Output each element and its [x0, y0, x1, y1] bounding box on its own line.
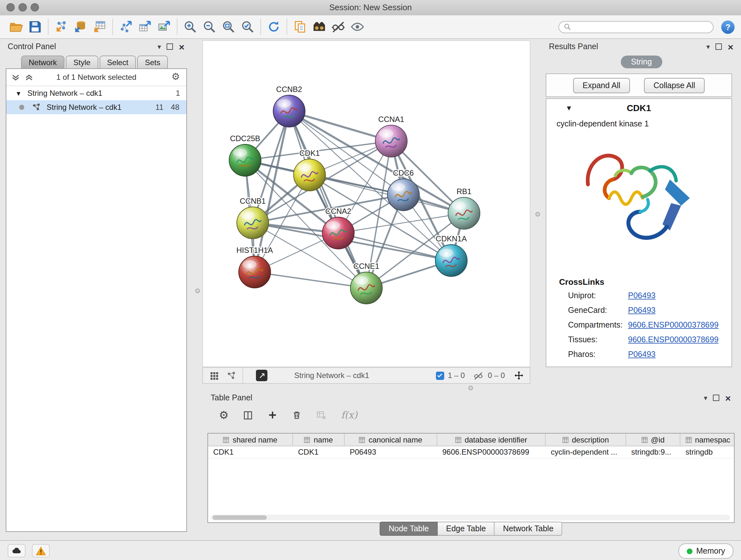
clone-network-button[interactable]	[290, 17, 310, 37]
network-node[interactable]: CCNA1	[375, 115, 407, 157]
grid-view-icon[interactable]	[209, 371, 219, 380]
crosslink-link[interactable]: 9606.ENSP00000378699	[628, 335, 719, 344]
tab-node-table[interactable]: Node Table	[380, 522, 438, 536]
show-columns-icon[interactable]	[243, 410, 254, 421]
cell-name[interactable]: CDK1	[293, 446, 345, 458]
cloud-status-button[interactable]	[8, 544, 25, 557]
open-session-button[interactable]	[6, 17, 25, 37]
network-node[interactable]: CDKN1A	[435, 234, 467, 276]
column-header-description[interactable]: description	[546, 434, 626, 446]
network-collection-row[interactable]: ▼ String Network – cdk1 1	[6, 86, 186, 100]
cell-description[interactable]: cyclin-dependent ...	[546, 446, 626, 458]
selection-checkbox[interactable]	[435, 371, 444, 380]
node-label: RB1	[457, 187, 472, 196]
network-node[interactable]: CCNB1	[237, 197, 269, 239]
network-node[interactable]: CDC6	[387, 169, 419, 211]
network-node[interactable]: HIST1H1A	[237, 246, 273, 288]
tab-sets[interactable]: Sets	[137, 56, 168, 68]
show-graphics-details-button[interactable]	[348, 17, 367, 37]
cell-database-identifier[interactable]: 9606.ENSP00000378699	[437, 446, 546, 458]
save-session-button[interactable]	[25, 17, 45, 37]
expand-all-button[interactable]: Expand All	[573, 78, 630, 93]
left-splitter-handle[interactable]	[195, 289, 200, 293]
collapse-all-button[interactable]: Collapse All	[644, 78, 705, 93]
cell-namespace[interactable]: stringdb	[680, 446, 735, 458]
right-splitter-handle[interactable]	[536, 212, 540, 216]
panel-caret-icon[interactable]: ▾	[704, 394, 707, 401]
zoom-out-button[interactable]	[200, 17, 219, 37]
add-column-plus-icon[interactable]	[268, 410, 278, 420]
panel-caret-icon[interactable]: ▾	[157, 43, 161, 50]
crosslink-link[interactable]: P06493	[628, 306, 656, 315]
import-network-from-file-button[interactable]	[52, 17, 71, 37]
search-box[interactable]	[558, 21, 714, 33]
panel-float-icon[interactable]	[166, 44, 173, 50]
tab-network[interactable]: Network	[21, 56, 64, 68]
zoom-selected-button[interactable]	[238, 17, 257, 37]
network-overview-button[interactable]	[310, 17, 329, 37]
memory-button[interactable]: Memory	[678, 543, 733, 559]
pan-crosshair-icon[interactable]	[514, 370, 524, 381]
network-node[interactable]: CDK1	[293, 149, 326, 191]
search-input[interactable]	[575, 22, 709, 32]
cell-shared-name[interactable]: CDK1	[208, 446, 293, 458]
network-node[interactable]: RB1	[448, 187, 480, 229]
panel-caret-icon[interactable]: ▾	[706, 43, 710, 50]
panel-close-icon[interactable]: ×	[725, 393, 731, 402]
tab-select[interactable]: Select	[99, 56, 136, 68]
hide-graphics-details-button[interactable]	[329, 17, 348, 37]
delete-column-trash-icon[interactable]	[292, 410, 302, 420]
horizontal-scrollbar[interactable]	[211, 515, 730, 520]
table-row[interactable]: CDK1 CDK1 P06493 9606.ENSP00000378699 cy…	[208, 446, 734, 458]
crosslink-link[interactable]: P06493	[628, 291, 656, 300]
network-node[interactable]: CCNB2	[273, 85, 305, 127]
column-header-name[interactable]: name	[293, 434, 345, 446]
tab-style[interactable]: Style	[66, 56, 98, 68]
tab-network-table[interactable]: Network Table	[495, 522, 562, 536]
cell-canonical-name[interactable]: P06493	[345, 446, 437, 458]
table-settings-gear-icon[interactable]: ⚙	[219, 410, 229, 421]
tab-edge-table[interactable]: Edge Table	[438, 522, 495, 536]
panel-float-icon[interactable]	[713, 395, 719, 401]
zoom-fit-button[interactable]	[219, 17, 238, 37]
cell-id[interactable]: stringdb:9...	[626, 446, 680, 458]
network-node[interactable]: CDC25B	[229, 134, 261, 176]
crosslink-link[interactable]: 9606.ENSP00000378699	[628, 320, 719, 329]
share-network-icon[interactable]	[226, 371, 236, 380]
help-button[interactable]: ?	[721, 20, 735, 34]
column-header-shared-name[interactable]: shared name	[208, 434, 293, 446]
string-tab-badge[interactable]: String	[621, 56, 662, 68]
panel-close-icon[interactable]: ×	[179, 42, 185, 51]
network-edge[interactable]	[289, 111, 366, 288]
function-builder-icon[interactable]: f(x)	[341, 409, 357, 421]
column-header-canonical-name[interactable]: canonical name	[345, 434, 437, 446]
open-in-new-window-button[interactable]	[256, 370, 267, 381]
export-network-button[interactable]	[116, 17, 135, 37]
gear-icon[interactable]: ⚙	[172, 71, 180, 81]
network-view[interactable]: CCNB2CCNA1CDC25BCDK1CDC6RB1CCNB1CCNA2CDK…	[202, 40, 530, 367]
export-table-button[interactable]	[135, 17, 154, 37]
import-network-from-database-button[interactable]	[71, 17, 90, 37]
protein-card-header[interactable]: ▼ CDK1	[546, 99, 731, 117]
zoom-in-button[interactable]	[181, 17, 200, 37]
panel-close-icon[interactable]: ×	[728, 42, 733, 51]
bottom-splitter-handle[interactable]	[468, 386, 473, 390]
collapse-section-icon[interactable]: ▼	[565, 104, 572, 112]
refresh-view-button[interactable]	[264, 17, 283, 37]
column-header-namespace[interactable]: namespac	[680, 434, 735, 446]
warnings-button[interactable]	[32, 544, 50, 557]
scrollbar-thumb[interactable]	[212, 515, 267, 520]
import-table-from-file-button[interactable]	[90, 17, 109, 37]
network-node[interactable]: CCNE1	[350, 262, 382, 304]
network-canvas[interactable]: CCNB2CCNA1CDC25BCDK1CDC6RB1CCNB1CCNA2CDK…	[203, 41, 530, 367]
tree-expander-icon[interactable]: ▼	[15, 90, 22, 97]
panel-float-icon[interactable]	[716, 44, 722, 50]
network-node[interactable]: CCNA2	[322, 207, 354, 249]
crosslink-link[interactable]: P06493	[628, 350, 656, 359]
export-image-button[interactable]	[154, 17, 174, 37]
column-header-database-identifier[interactable]: database identifier	[437, 434, 546, 446]
column-header-id[interactable]: @id	[626, 434, 680, 446]
hidden-glasses-icon[interactable]	[473, 371, 484, 380]
network-row[interactable]: String Network – cdk1 11 48	[6, 100, 186, 114]
network-edge[interactable]	[255, 272, 366, 288]
